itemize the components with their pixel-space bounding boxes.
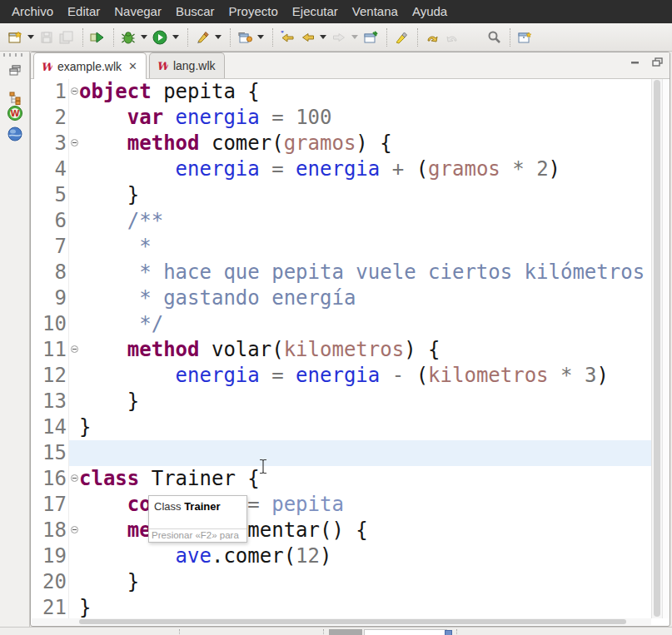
fold-column[interactable]: [68, 131, 79, 156]
code-area[interactable]: 1object pepita {2 var energia = 1003 met…: [32, 79, 651, 618]
code-text[interactable]: class Trainer {: [79, 466, 651, 492]
minimize-icon[interactable]: [630, 57, 640, 67]
horizontal-scrollbar[interactable]: [32, 618, 651, 625]
back-dropdown[interactable]: [317, 27, 329, 47]
fold-column[interactable]: [68, 337, 79, 363]
highlighter-button[interactable]: [391, 27, 411, 47]
code-text[interactable]: }: [79, 595, 651, 618]
external-tools-button[interactable]: [192, 27, 212, 47]
menu-item-archivo[interactable]: Archivo: [6, 0, 59, 23]
vertical-scrollbar-thumb[interactable]: [654, 80, 660, 617]
code-text[interactable]: [79, 440, 651, 466]
code-line-21[interactable]: 21}: [32, 595, 651, 618]
fold-column[interactable]: [68, 79, 79, 105]
horizontal-scrollbar-thumb[interactable]: [79, 619, 626, 624]
code-line-16[interactable]: 16class Trainer {: [32, 466, 651, 492]
redo-button[interactable]: [442, 27, 462, 47]
code-line-18[interactable]: 18 method alimentar() {: [32, 518, 651, 543]
code-text[interactable]: energia = energia + (gramos * 2): [79, 156, 651, 182]
vertical-scrollbar[interactable]: [651, 79, 662, 618]
restore-icon[interactable]: [652, 57, 663, 67]
overview-ruler: [662, 79, 670, 618]
code-text[interactable]: }: [79, 414, 651, 440]
forward-dropdown[interactable]: [349, 27, 361, 47]
restore-view-button[interactable]: [7, 62, 23, 78]
web-browser-button[interactable]: [7, 126, 23, 142]
menu-item-buscar[interactable]: Buscar: [170, 0, 221, 23]
code-line-4[interactable]: 4 energia = energia + (gramos * 2): [32, 156, 651, 182]
pin-editor-button[interactable]: [361, 27, 381, 47]
code-line-11[interactable]: 11 method volar(kilometros) {: [32, 337, 651, 363]
menu-item-editar[interactable]: Editar: [62, 0, 106, 23]
code-line-15[interactable]: 15: [32, 440, 651, 466]
code-line-13[interactable]: 13 }: [32, 389, 651, 414]
code-text[interactable]: /**: [79, 208, 651, 234]
wollok-console-button[interactable]: W: [7, 105, 23, 122]
code-line-17[interactable]: 17 const ave = pepita: [32, 492, 651, 518]
code-line-20[interactable]: 20 }: [32, 569, 651, 595]
editor-tab-lang.wlk[interactable]: Wlang.wlk: [149, 52, 225, 78]
code-text[interactable]: * hace que pepita vuele ciertos kilómetr…: [79, 260, 651, 285]
new-view-button[interactable]: [515, 27, 535, 47]
code-line-12[interactable]: 12 energia = energia - (kilometros * 3): [32, 363, 651, 389]
menu-item-navegar[interactable]: Navegar: [108, 0, 167, 23]
menu-item-ventana[interactable]: Ventana: [346, 0, 404, 23]
menu-item-proyecto[interactable]: Proyecto: [223, 0, 284, 23]
code-text[interactable]: energia = energia - (kilometros * 3): [79, 363, 651, 389]
code-line-5[interactable]: 5 }: [32, 182, 651, 208]
line-number: 18: [32, 518, 67, 543]
code-text[interactable]: * gastando energía: [79, 285, 651, 311]
code-line-7[interactable]: 7 *: [32, 234, 651, 260]
fold-column[interactable]: [68, 518, 79, 543]
code-line-14[interactable]: 14}: [32, 414, 651, 440]
forward-button[interactable]: [329, 27, 349, 47]
fold-collapse-icon[interactable]: [71, 345, 78, 353]
debug-button[interactable]: [118, 27, 138, 47]
editor-tab-example.wlk[interactable]: Wexample.wlk✕: [33, 52, 147, 79]
save-all-button[interactable]: [57, 27, 77, 47]
code-line-19[interactable]: 19 ave.comer(12): [32, 543, 651, 569]
external-tools-dropdown[interactable]: [212, 27, 224, 47]
last-edit-location-button[interactable]: *: [277, 27, 297, 47]
fold-collapse-icon[interactable]: [71, 139, 78, 146]
code-line-2[interactable]: 2 var energia = 100: [32, 105, 651, 131]
code-text[interactable]: }: [79, 569, 651, 595]
debug-dropdown[interactable]: [138, 27, 150, 47]
menu-item-ejecutar[interactable]: Ejecutar: [286, 0, 344, 23]
run-button[interactable]: [150, 27, 170, 47]
chevron-down-icon: [320, 35, 326, 39]
menu-item-ayuda[interactable]: Ayuda: [406, 0, 453, 23]
code-text[interactable]: *: [79, 234, 651, 260]
new-wizard-button[interactable]: [5, 27, 25, 47]
code-line-1[interactable]: 1object pepita {: [32, 79, 651, 105]
code-text[interactable]: }: [79, 182, 651, 208]
new-wizard-dropdown[interactable]: [25, 27, 37, 47]
code-text[interactable]: method comer(gramos) {: [79, 131, 651, 156]
outline-view-button[interactable]: [7, 90, 23, 107]
run-selection-button[interactable]: [87, 27, 107, 47]
launch-configuration-dropdown[interactable]: [255, 27, 266, 47]
fold-column[interactable]: [68, 466, 79, 492]
fold-collapse-icon[interactable]: [71, 474, 78, 482]
code-text[interactable]: */: [79, 311, 651, 337]
save-button[interactable]: [37, 27, 57, 47]
search-button[interactable]: [484, 27, 504, 47]
tab-close-icon[interactable]: ✕: [128, 60, 137, 72]
undo-button[interactable]: [422, 27, 442, 47]
fold-collapse-icon[interactable]: [71, 526, 78, 533]
code-text[interactable]: }: [79, 389, 651, 414]
launch-configuration-button[interactable]: [235, 27, 255, 47]
fold-collapse-icon[interactable]: [71, 87, 78, 95]
code-text[interactable]: var energia = 100: [79, 105, 651, 131]
tab-label: example.wlk: [57, 60, 122, 73]
code-line-3[interactable]: 3 method comer(gramos) {: [32, 131, 651, 156]
code-line-10[interactable]: 10 */: [32, 311, 651, 337]
code-line-9[interactable]: 9 * gastando energía: [32, 285, 651, 311]
code-text[interactable]: ave.comer(12): [79, 543, 651, 569]
code-line-8[interactable]: 8 * hace que pepita vuele ciertos kilóme…: [32, 260, 651, 285]
code-text[interactable]: object pepita {: [79, 79, 651, 105]
run-dropdown[interactable]: [170, 27, 182, 47]
code-line-6[interactable]: 6 /**: [32, 208, 651, 234]
back-button[interactable]: [297, 27, 317, 47]
code-text[interactable]: method volar(kilometros) {: [79, 337, 651, 363]
